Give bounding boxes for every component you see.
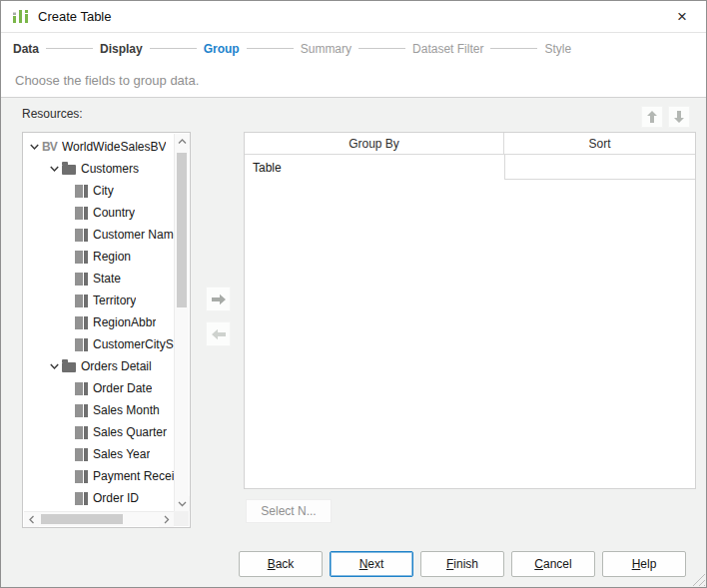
tree-item[interactable]: Order ID bbox=[24, 487, 174, 509]
tree-item[interactable]: Sales Month bbox=[24, 399, 174, 421]
tree-item[interactable]: City bbox=[24, 180, 174, 202]
dialog-body: Resources: BVWorldWideSalesBVCustomersCi… bbox=[1, 98, 706, 587]
dialog-title: Create Table bbox=[38, 9, 111, 24]
table-row[interactable]: Table bbox=[245, 155, 695, 180]
tree-item[interactable]: Sales Year bbox=[24, 443, 174, 465]
arrow-up-icon bbox=[646, 110, 658, 124]
chevron-down-icon[interactable] bbox=[49, 164, 62, 174]
tree-item-label: CustomerCityStateZ bbox=[93, 337, 174, 351]
group-table-header: Group By Sort bbox=[245, 133, 695, 155]
column-header-sort: Sort bbox=[504, 133, 695, 154]
wizard-step-group[interactable]: Group bbox=[204, 42, 240, 56]
tree-item-label: State bbox=[93, 272, 121, 286]
create-table-dialog: Create Table × DataDisplayGroupSummaryDa… bbox=[0, 0, 707, 588]
step-connector bbox=[46, 48, 93, 49]
tree-item-label: Customer Name bbox=[93, 228, 174, 242]
vertical-scrollbar[interactable] bbox=[174, 134, 189, 511]
tree-item[interactable]: Region bbox=[24, 246, 174, 268]
field-icon bbox=[75, 229, 88, 242]
field-icon bbox=[75, 426, 88, 439]
title-bar: Create Table × bbox=[1, 1, 706, 33]
field-icon bbox=[75, 251, 88, 264]
arrow-left-icon bbox=[211, 328, 227, 340]
tree-item[interactable]: Territory bbox=[24, 290, 174, 311]
tree-item-label: Territory bbox=[93, 294, 136, 307]
help-button[interactable]: Help bbox=[602, 551, 686, 577]
step-connector bbox=[247, 48, 294, 49]
group-by-cell[interactable]: Table bbox=[245, 155, 504, 180]
wizard-step-display[interactable]: Display bbox=[100, 42, 143, 56]
field-icon bbox=[75, 338, 88, 351]
resources-tree-panel: BVWorldWideSalesBVCustomersCityCountryCu… bbox=[22, 132, 191, 528]
tree-item[interactable]: Orders Detail bbox=[24, 355, 174, 377]
wizard-step-dataset-filter[interactable]: Dataset Filter bbox=[412, 42, 483, 56]
tree-item-label: Orders Detail bbox=[81, 359, 152, 373]
business-view-icon: BV bbox=[42, 140, 62, 154]
tree-item[interactable]: RegionAbbr bbox=[24, 311, 174, 333]
field-icon bbox=[75, 185, 88, 198]
scroll-down-icon[interactable] bbox=[175, 496, 190, 511]
tree-item[interactable]: Customers bbox=[24, 158, 174, 180]
remove-field-button[interactable] bbox=[206, 321, 231, 346]
folder-icon bbox=[62, 165, 76, 175]
tree-item-label: Sales Quarter bbox=[93, 425, 167, 439]
field-icon bbox=[75, 448, 88, 461]
chevron-down-icon[interactable] bbox=[49, 361, 62, 371]
app-logo-icon bbox=[11, 8, 30, 26]
tree-item-label: Region bbox=[93, 250, 131, 264]
next-button[interactable]: Next bbox=[330, 551, 413, 577]
field-icon bbox=[75, 404, 88, 417]
tree-item[interactable]: Country bbox=[24, 202, 174, 224]
wizard-steps: DataDisplayGroupSummaryDataset FilterSty… bbox=[1, 33, 706, 64]
scroll-right-icon[interactable] bbox=[159, 512, 174, 527]
move-down-button[interactable] bbox=[668, 106, 690, 128]
tree-item-label: City bbox=[93, 184, 114, 198]
group-table: Group By Sort Table bbox=[244, 132, 696, 489]
field-icon bbox=[75, 470, 88, 483]
field-icon bbox=[75, 207, 88, 220]
resources-label: Resources: bbox=[22, 107, 83, 121]
tree-item[interactable]: BVWorldWideSalesBV bbox=[24, 136, 174, 158]
wizard-step-summary[interactable]: Summary bbox=[301, 42, 352, 56]
resize-grip[interactable] bbox=[691, 572, 705, 586]
add-field-button[interactable] bbox=[206, 287, 231, 311]
arrow-right-icon bbox=[211, 294, 227, 305]
step-connector bbox=[358, 48, 405, 49]
select-n-button[interactable]: Select N... bbox=[246, 499, 332, 523]
field-icon bbox=[75, 294, 88, 307]
tree-item[interactable]: Payment Received bbox=[24, 465, 174, 487]
sort-cell[interactable] bbox=[504, 155, 695, 180]
tree-item-label: Payment Received bbox=[93, 469, 174, 483]
column-header-group-by: Group By bbox=[245, 133, 504, 154]
footer-buttons: BackNextFinishCancelHelp bbox=[239, 551, 686, 577]
tree-item-label: Order ID bbox=[93, 491, 139, 505]
tree-item[interactable]: Sales Quarter bbox=[24, 421, 174, 443]
field-icon bbox=[75, 273, 88, 286]
scroll-left-icon[interactable] bbox=[24, 512, 39, 527]
horizontal-scroll-thumb[interactable] bbox=[41, 514, 123, 524]
tree-item[interactable]: Order Date bbox=[24, 377, 174, 399]
tree-item-label: Customers bbox=[81, 162, 139, 176]
step-connector bbox=[490, 48, 537, 49]
tree-item[interactable]: Customer Name bbox=[24, 224, 174, 246]
wizard-step-style[interactable]: Style bbox=[544, 42, 571, 56]
wizard-step-data[interactable]: Data bbox=[13, 42, 39, 56]
wizard-subtitle: Choose the fields to group data. bbox=[1, 64, 706, 98]
field-icon bbox=[75, 492, 88, 505]
finish-button[interactable]: Finish bbox=[420, 551, 504, 577]
chevron-down-icon[interactable] bbox=[29, 142, 42, 152]
tree-item-label: Sales Year bbox=[93, 447, 150, 461]
horizontal-scrollbar[interactable] bbox=[24, 511, 174, 526]
scroll-up-icon[interactable] bbox=[175, 134, 190, 149]
step-connector bbox=[150, 48, 197, 49]
move-up-button[interactable] bbox=[641, 106, 663, 128]
close-icon[interactable]: × bbox=[666, 3, 698, 31]
tree-item[interactable]: CustomerCityStateZ bbox=[24, 333, 174, 355]
vertical-scroll-thumb[interactable] bbox=[177, 153, 187, 307]
cancel-button[interactable]: Cancel bbox=[511, 551, 595, 577]
tree-item-label: RegionAbbr bbox=[93, 315, 156, 329]
back-button[interactable]: Back bbox=[239, 551, 323, 577]
tree-item-label: Sales Month bbox=[93, 403, 160, 417]
tree-item[interactable]: State bbox=[24, 268, 174, 290]
field-icon bbox=[75, 382, 88, 395]
